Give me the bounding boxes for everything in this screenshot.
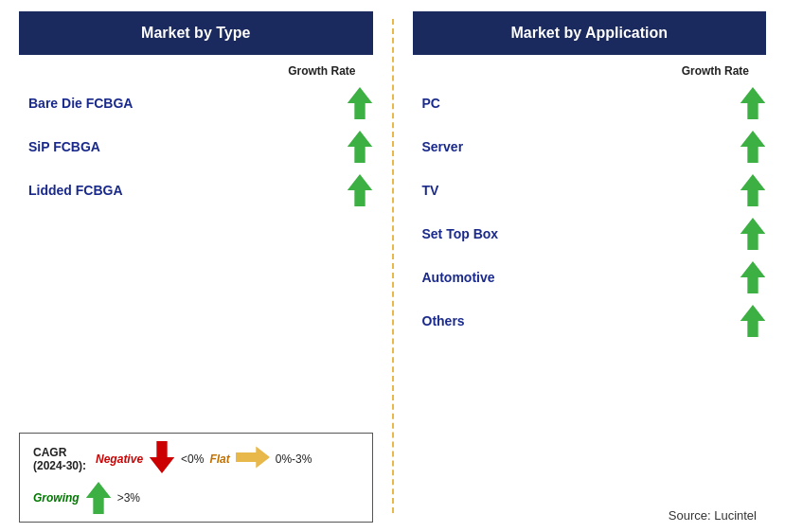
left-growth-rate-label: Growth Rate bbox=[9, 55, 383, 81]
green-up-arrow-2 bbox=[347, 131, 373, 163]
green-up-arrow-legend bbox=[85, 482, 112, 514]
left-item-row-3: Lidded FCBGA bbox=[9, 168, 383, 212]
source-text: Source: Lucintel bbox=[403, 508, 776, 532]
right-item-row-5: Automotive bbox=[403, 256, 776, 299]
green-up-arrow-r1 bbox=[740, 87, 766, 119]
right-growth-rate-label: Growth Rate bbox=[403, 55, 776, 81]
legend-growing-range: >3% bbox=[117, 491, 140, 505]
right-item-label-1: PC bbox=[422, 96, 440, 111]
svg-marker-4 bbox=[236, 447, 270, 469]
svg-marker-0 bbox=[347, 87, 371, 119]
right-item-row-3: TV bbox=[403, 168, 776, 212]
green-up-arrow-3 bbox=[347, 174, 373, 206]
green-up-arrow-r5 bbox=[740, 261, 766, 293]
right-panel-header: Market by Application bbox=[413, 11, 767, 55]
left-item-label-3: Lidded FCBGA bbox=[28, 183, 123, 198]
right-item-label-5: Automotive bbox=[422, 270, 495, 285]
left-item-label-1: Bare Die FCBGA bbox=[28, 96, 133, 111]
green-up-arrow-r6 bbox=[740, 305, 766, 337]
legend-negative-range: <0% bbox=[181, 452, 204, 466]
right-item-row-6: Others bbox=[403, 299, 776, 343]
svg-marker-9 bbox=[740, 218, 765, 250]
left-panel: Market by Type Growth Rate Bare Die FCBG… bbox=[0, 0, 392, 532]
green-up-arrow-r4 bbox=[740, 218, 766, 250]
svg-marker-8 bbox=[740, 174, 765, 206]
right-item-label-4: Set Top Box bbox=[422, 226, 499, 241]
right-item-label-2: Server bbox=[422, 139, 464, 154]
right-item-row-4: Set Top Box bbox=[403, 212, 776, 256]
legend-box: CAGR(2024-30): Negative <0% Flat 0%-3% G… bbox=[19, 433, 373, 523]
right-item-row-2: Server bbox=[403, 125, 776, 168]
green-up-arrow-r3 bbox=[740, 174, 766, 206]
legend-flat-range: 0%-3% bbox=[276, 452, 312, 466]
svg-marker-5 bbox=[85, 482, 110, 514]
right-item-row-1: PC bbox=[403, 81, 776, 125]
svg-marker-1 bbox=[347, 131, 371, 163]
right-panel: Market by Application Growth Rate PC Ser… bbox=[394, 0, 786, 532]
svg-marker-11 bbox=[740, 305, 765, 337]
left-item-row-1: Bare Die FCBGA bbox=[9, 81, 383, 125]
green-up-arrow-r2 bbox=[740, 131, 766, 163]
legend-growing-label: Growing bbox=[33, 491, 80, 505]
red-down-arrow bbox=[149, 441, 175, 476]
right-item-label-3: TV bbox=[422, 183, 439, 198]
legend-cagr-label: CAGR(2024-30): bbox=[33, 446, 86, 472]
main-container: Market by Type Growth Rate Bare Die FCBG… bbox=[0, 0, 785, 532]
svg-marker-7 bbox=[740, 131, 765, 163]
left-item-label-2: SiP FCBGA bbox=[28, 139, 100, 154]
svg-marker-3 bbox=[150, 441, 174, 473]
svg-marker-10 bbox=[740, 261, 765, 293]
svg-marker-2 bbox=[347, 174, 371, 206]
right-item-label-6: Others bbox=[422, 313, 465, 328]
legend-flat-label: Flat bbox=[209, 452, 229, 466]
yellow-right-arrow bbox=[236, 441, 270, 476]
left-item-row-2: SiP FCBGA bbox=[9, 125, 383, 168]
left-panel-header: Market by Type bbox=[19, 11, 373, 55]
green-up-arrow-1 bbox=[347, 87, 373, 119]
legend-negative-label: Negative bbox=[96, 452, 143, 466]
svg-marker-6 bbox=[740, 87, 765, 119]
